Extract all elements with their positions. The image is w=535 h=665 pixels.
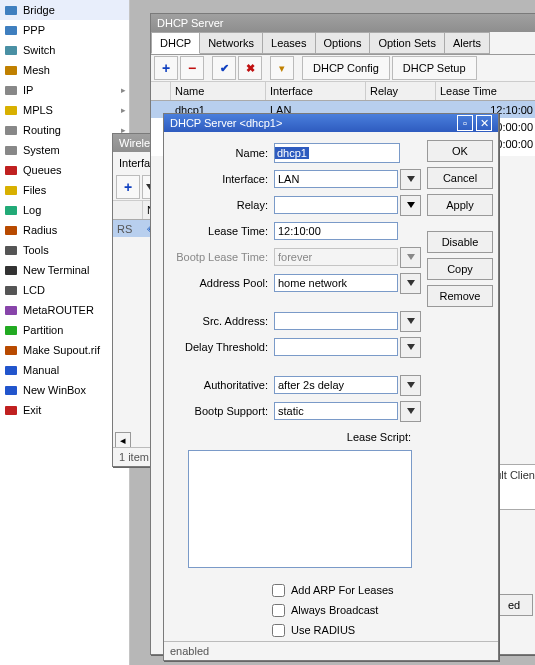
dhcp-title-text: DHCP Server [157, 14, 223, 32]
funnel-icon: ▾ [279, 62, 285, 75]
sidebar-item-label: IP [23, 84, 33, 96]
close-icon[interactable]: ✕ [476, 115, 492, 131]
pool-input[interactable] [274, 274, 398, 292]
remove-button[interactable]: Remove [427, 285, 493, 307]
sidebar-icon [3, 342, 19, 358]
svg-rect-6 [5, 126, 17, 135]
sidebar-item-metarouter[interactable]: MetaROUTER [0, 300, 129, 320]
sidebar-item-bridge[interactable]: Bridge [0, 0, 129, 20]
support-label: Bootp Support: [168, 405, 274, 417]
svg-rect-7 [5, 146, 17, 155]
interface-dropdown[interactable] [400, 169, 421, 190]
interface-input[interactable] [274, 170, 398, 188]
svg-rect-4 [5, 86, 17, 95]
interface-label: Interface: [168, 173, 274, 185]
sidebar: BridgePPPSwitchMeshIP▸MPLS▸Routing▸Syste… [0, 0, 130, 665]
minimize-icon[interactable]: ▫ [457, 115, 473, 131]
dialog-title-bar[interactable]: DHCP Server <dhcp1> ▫ ✕ [164, 114, 498, 132]
relay-toggle[interactable] [400, 195, 421, 216]
support-dropdown[interactable] [400, 401, 421, 422]
src-toggle[interactable] [400, 311, 421, 332]
svg-rect-13 [5, 266, 17, 275]
sidebar-item-manual[interactable]: Manual [0, 360, 129, 380]
col-lease[interactable]: Lease Time [436, 82, 535, 100]
sidebar-item-exit[interactable]: Exit [0, 400, 129, 420]
sidebar-item-partition[interactable]: Partition [0, 320, 129, 340]
support-input[interactable] [274, 402, 398, 420]
relay-input[interactable] [274, 196, 398, 214]
dhcp-config-button[interactable]: DHCP Config [302, 56, 390, 80]
dhcp-setup-button[interactable]: DHCP Setup [392, 56, 477, 80]
sidebar-icon [3, 82, 19, 98]
tab-alerts[interactable]: Alerts [444, 32, 490, 54]
sidebar-icon [3, 222, 19, 238]
tab-optionsets[interactable]: Option Sets [369, 32, 444, 54]
tab-dhcp[interactable]: DHCP [151, 32, 200, 54]
sidebar-item-label: Bridge [23, 4, 55, 16]
copy-button[interactable]: Copy [427, 258, 493, 280]
sidebar-item-mpls[interactable]: MPLS▸ [0, 100, 129, 120]
arp-checkbox[interactable]: Add ARP For Leases [272, 580, 421, 600]
sidebar-item-newwinbox[interactable]: New WinBox [0, 380, 129, 400]
disable-button[interactable]: Disable [427, 231, 493, 253]
dhcp-title-bar[interactable]: DHCP Server [151, 14, 535, 32]
bootp-lease-toggle[interactable] [400, 247, 421, 268]
pool-dropdown[interactable] [400, 273, 421, 294]
sidebar-item-switch[interactable]: Switch [0, 40, 129, 60]
lease-script-input[interactable] [188, 450, 412, 568]
cancel-button[interactable]: Cancel [427, 167, 493, 189]
auth-dropdown[interactable] [400, 375, 421, 396]
sidebar-item-routing[interactable]: Routing▸ [0, 120, 129, 140]
svg-rect-5 [5, 106, 17, 115]
sidebar-item-queues[interactable]: Queues [0, 160, 129, 180]
tab-leases[interactable]: Leases [262, 32, 315, 54]
enable-button[interactable]: ✔ [212, 56, 236, 80]
col-relay[interactable]: Relay [366, 82, 436, 100]
sidebar-item-tools[interactable]: Tools▸ [0, 240, 129, 260]
sidebar-icon [3, 22, 19, 38]
sidebar-icon [3, 322, 19, 338]
delay-toggle[interactable] [400, 337, 421, 358]
sidebar-item-newterminal[interactable]: New Terminal [0, 260, 129, 280]
sidebar-icon [3, 202, 19, 218]
add-button[interactable]: + [116, 175, 140, 199]
sidebar-icon [3, 282, 19, 298]
col-interface[interactable]: Interface [266, 82, 366, 100]
sidebar-item-lcd[interactable]: LCD [0, 280, 129, 300]
sidebar-item-radius[interactable]: Radius [0, 220, 129, 240]
sidebar-item-label: Queues [23, 164, 62, 176]
apply-button[interactable]: Apply [427, 194, 493, 216]
tab-networks[interactable]: Networks [199, 32, 263, 54]
sidebar-item-log[interactable]: Log [0, 200, 129, 220]
sidebar-item-ip[interactable]: IP▸ [0, 80, 129, 100]
tab-options[interactable]: Options [315, 32, 371, 54]
dialog-title-text: DHCP Server <dhcp1> [170, 114, 282, 132]
sidebar-item-label: Manual [23, 364, 59, 376]
svg-rect-17 [5, 346, 17, 355]
src-input[interactable] [274, 312, 398, 330]
lease-input[interactable] [274, 222, 398, 240]
broadcast-checkbox[interactable]: Always Broadcast [272, 600, 421, 620]
ok-button[interactable]: OK [427, 140, 493, 162]
filter-button[interactable]: ▾ [270, 56, 294, 80]
svg-rect-3 [5, 66, 17, 75]
delay-input[interactable] [274, 338, 398, 356]
clipped-button[interactable]: ed [495, 594, 533, 616]
sidebar-item-system[interactable]: System▸ [0, 140, 129, 160]
sidebar-item-label: PPP [23, 24, 45, 36]
svg-rect-20 [5, 406, 17, 415]
add-button[interactable]: + [154, 56, 178, 80]
sidebar-item-ppp[interactable]: PPP [0, 20, 129, 40]
auth-input[interactable] [274, 376, 398, 394]
scroll-left[interactable]: ◂ [115, 432, 131, 448]
radius-checkbox[interactable]: Use RADIUS [272, 620, 421, 640]
sidebar-item-mesh[interactable]: Mesh [0, 60, 129, 80]
sidebar-item-makesupoutrif[interactable]: Make Supout.rif [0, 340, 129, 360]
dhcp-dialog[interactable]: DHCP Server <dhcp1> ▫ ✕ Name: dhcp1 Inte… [163, 113, 499, 661]
sidebar-item-label: Files [23, 184, 46, 196]
name-input[interactable]: dhcp1 [274, 143, 400, 163]
disable-button[interactable]: ✖ [238, 56, 262, 80]
col-name[interactable]: Name [171, 82, 266, 100]
remove-button[interactable]: − [180, 56, 204, 80]
sidebar-item-files[interactable]: Files [0, 180, 129, 200]
